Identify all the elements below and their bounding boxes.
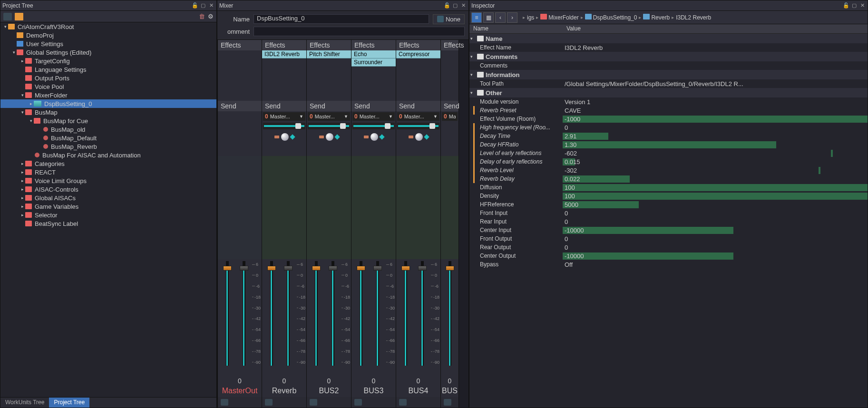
property-row[interactable]: Decay HFRatio1.30 [469, 140, 868, 149]
expand-icon[interactable]: ▾ [20, 110, 25, 115]
property-value[interactable]: -1000 [563, 116, 868, 123]
snapshot-icon[interactable] [221, 399, 228, 406]
property-row[interactable]: Reverb Level-302 [469, 166, 868, 175]
pin-icon[interactable]: 🔓 [843, 2, 849, 9]
property-row[interactable]: Decay Time2.91 [469, 132, 868, 140]
channel-name[interactable]: MasterOut [218, 386, 262, 397]
effects-slot[interactable]: I3DL2 Reverb [262, 50, 306, 101]
effect-item[interactable]: Pitch Shifter [307, 50, 351, 58]
property-value[interactable]: 0 [563, 244, 868, 251]
tree-item[interactable]: Voice Pool [0, 82, 216, 91]
close-icon[interactable]: ✕ [859, 2, 866, 9]
expand-icon[interactable]: ▸ [20, 213, 25, 217]
send-target-select[interactable]: 0Master...▼ [308, 112, 350, 121]
send-level-slider[interactable] [308, 123, 350, 129]
pin-icon[interactable]: 🔓 [192, 2, 198, 9]
tree-item[interactable]: ▾CriAtomCraftV3Root [0, 22, 216, 31]
property-row[interactable]: High frequency level (Roo...0 [469, 123, 868, 132]
snapshot-icon[interactable] [444, 399, 451, 406]
expand-icon[interactable]: ▾ [20, 93, 25, 97]
restore-icon[interactable]: ▢ [200, 2, 206, 9]
property-value[interactable]: 2.91 [563, 133, 868, 140]
property-value[interactable]: 0.015 [563, 158, 868, 165]
tree-item[interactable]: BusMap_Default [0, 134, 216, 142]
property-row[interactable]: Delay of early reflections0.015 [469, 157, 868, 166]
view-list-button[interactable]: ≡ [471, 12, 482, 23]
snapshot-icon[interactable] [265, 399, 273, 406]
expand-icon[interactable]: ▸ [20, 195, 25, 200]
tree-item[interactable]: ▸REACT [0, 168, 216, 176]
restore-icon[interactable]: ▢ [452, 2, 458, 9]
property-row[interactable]: Tool Path/Global Settings/MixerFolder/Ds… [469, 79, 868, 88]
property-value[interactable]: 0 [563, 210, 868, 217]
fader-slider[interactable] [219, 261, 235, 377]
fader-slider[interactable] [308, 261, 325, 377]
property-row[interactable]: Reverb Delay0.022 [469, 175, 868, 183]
snapshot-icon[interactable] [399, 399, 407, 406]
property-row[interactable]: Diffusion100 [469, 183, 868, 192]
property-value[interactable]: 0 [563, 218, 868, 225]
close-icon[interactable]: ✕ [460, 2, 467, 9]
tree-tab[interactable]: Project Tree [49, 398, 89, 408]
camera-icon[interactable] [3, 13, 12, 20]
effect-item[interactable]: Surrounder [351, 58, 396, 67]
tree-item[interactable]: ▾BusMap [0, 108, 216, 117]
effects-slot[interactable] [441, 50, 458, 101]
breadcrumb-item[interactable]: DspBusSetting_0 [585, 14, 637, 21]
expand-icon[interactable]: ▸ [20, 187, 25, 192]
nav-fwd-button[interactable]: › [507, 12, 517, 23]
property-row[interactable]: Comments [469, 61, 868, 70]
tree-item[interactable]: BusMap For AISAC and Automation [0, 151, 216, 159]
expand-icon[interactable]: ▸ [20, 204, 25, 209]
snapshot-icon[interactable] [354, 399, 362, 406]
tree-item[interactable]: ▸TargetConfig [0, 57, 216, 65]
property-row[interactable]: Module versionVersion 1 [469, 97, 868, 106]
inspector-group-header[interactable]: ▾Name [469, 34, 868, 43]
property-value[interactable]: -302 [563, 167, 868, 174]
tree-item[interactable]: Language Settings [0, 65, 216, 74]
tree-item[interactable]: User Settings [0, 39, 216, 48]
expand-icon[interactable]: ▸ [20, 178, 25, 183]
expand-icon[interactable]: ▸ [20, 161, 25, 166]
send-target-select[interactable]: 0Master...▼ [263, 112, 305, 121]
channel-name[interactable]: BUS4 [396, 386, 440, 397]
trash-icon[interactable]: 🗑 [199, 13, 205, 20]
tree-item[interactable]: BusMap_Reverb [0, 142, 216, 151]
property-value[interactable]: Version 1 [563, 98, 868, 106]
send-target-select[interactable]: 0Master...▼ [352, 112, 395, 121]
property-value[interactable]: 0 [563, 124, 868, 131]
expand-icon[interactable]: ▸ [20, 170, 25, 175]
send-pan-control[interactable] [352, 131, 395, 143]
breadcrumb[interactable]: ▸igs▸MixerFolder▸DspBusSetting_0▸Reverb▸… [522, 14, 711, 21]
tree-item[interactable]: ▾MixerFolder [0, 91, 216, 99]
property-row[interactable]: Front Output0 [469, 234, 868, 243]
property-value[interactable]: -10000 [563, 253, 868, 260]
property-row[interactable]: Level of early reflections-602 [469, 149, 868, 157]
send-level-slider[interactable] [397, 123, 439, 129]
tree-item[interactable]: Output Ports [0, 74, 216, 82]
gear-icon[interactable]: ⚙ [208, 13, 214, 20]
property-row[interactable]: Rear Output0 [469, 243, 868, 252]
property-row[interactable]: Effect Volume (Room)-1000 [469, 115, 868, 123]
expand-icon[interactable]: ▸ [20, 58, 25, 63]
breadcrumb-item[interactable]: I3DL2 Reverb [676, 14, 711, 21]
fader-slider[interactable] [442, 261, 458, 377]
breadcrumb-item[interactable]: Reverb [643, 14, 670, 21]
project-tree[interactable]: ▾CriAtomCraftV3RootDemoProjUser Settings… [0, 22, 216, 397]
expand-icon[interactable]: ▾ [2, 24, 8, 29]
send-level-slider[interactable] [352, 123, 395, 129]
channel-name[interactable]: BUS3 [351, 386, 396, 397]
property-value[interactable]: 5000 [563, 201, 868, 208]
property-value[interactable]: -10000 [563, 227, 868, 234]
inspector-group-header[interactable]: ▾Other [469, 88, 868, 97]
fader-slider[interactable] [263, 261, 280, 377]
pin-icon[interactable]: 🔓 [444, 2, 450, 9]
property-row[interactable]: Reverb PresetCAVE [469, 106, 868, 115]
tree-item[interactable]: ▸Game Variables [0, 202, 216, 211]
snapshot-icon[interactable] [310, 399, 317, 406]
property-value[interactable]: /Global Settings/MixerFolder/DspBusSetti… [563, 80, 868, 87]
send-target-select[interactable]: 0Ma [442, 112, 458, 121]
expand-icon[interactable]: ▸ [28, 101, 34, 106]
breadcrumb-item[interactable]: MixerFolder [540, 14, 578, 21]
tree-item[interactable]: ▸Categories [0, 159, 216, 168]
